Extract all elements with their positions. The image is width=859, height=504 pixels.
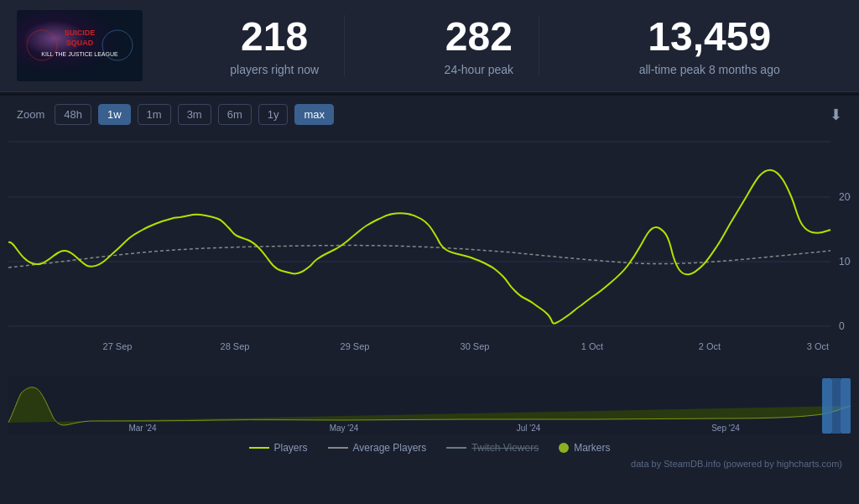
zoom-6m[interactable]: 6m [218,104,252,125]
svg-text:Sep '24: Sep '24 [711,423,740,433]
svg-text:30 Sep: 30 Sep [461,341,490,351]
legend-players-line [249,447,269,449]
svg-rect-21 [822,378,832,434]
legend-markers-label: Markers [574,442,610,454]
svg-text:27 Sep: 27 Sep [103,341,133,351]
legend-markers: Markers [559,442,610,454]
navigator-svg: Mar '24 May '24 Jul '24 Sep '24 [8,377,851,435]
stat-label-alltime: all-time peak 8 months ago [639,63,780,76]
stat-number-24h: 282 [445,15,514,60]
svg-rect-22 [841,378,851,434]
svg-text:0: 0 [839,320,845,332]
zoom-max[interactable]: max [294,104,334,125]
stat-24h-peak: 282 24-hour peak [419,15,540,76]
stats-group: 218 players right now 282 24-hour peak 1… [168,15,842,76]
stat-alltime-peak: 13,459 all-time peak 8 months ago [614,15,805,76]
legend-players-label: Players [274,442,308,454]
zoom-48h[interactable]: 48h [55,104,91,125]
main-chart-area: 0 100 200 27 Sep 28 Sep 29 Sep 30 Sep 1 … [0,133,859,377]
svg-text:2 Oct: 2 Oct [699,341,721,351]
legend: Players Average Players Twitch Viewers M… [0,435,859,457]
chart-controls: Zoom 48h 1w 1m 3m 6m 1y max ⬇ [0,96,859,133]
legend-twitch: Twitch Viewers [446,442,539,454]
stat-number-current: 218 [230,15,319,60]
legend-twitch-label: Twitch Viewers [471,442,539,454]
legend-avg-label: Average Players [353,442,427,454]
stat-label-current: players right now [230,63,319,76]
svg-text:100: 100 [839,256,851,268]
svg-text:29 Sep: 29 Sep [341,341,370,351]
svg-text:28 Sep: 28 Sep [221,341,250,351]
zoom-1y[interactable]: 1y [258,104,289,125]
legend-twitch-line [446,447,466,449]
svg-text:3 Oct: 3 Oct [807,341,829,351]
main-chart-svg: 0 100 200 27 Sep 28 Sep 29 Sep 30 Sep 1 … [8,133,851,377]
stat-number-alltime: 13,459 [639,15,780,60]
zoom-3m[interactable]: 3m [178,104,211,125]
stat-label-24h: 24-hour peak [445,63,514,76]
zoom-1w[interactable]: 1w [98,104,131,125]
svg-text:May '24: May '24 [330,423,359,433]
svg-text:Mar '24: Mar '24 [128,423,156,433]
header-section: SUICIDE SQUAD KILL THE JUSTICE LEAGUE 21… [0,0,859,92]
download-button[interactable]: ⬇ [830,106,842,124]
svg-text:200: 200 [839,191,851,203]
legend-players: Players [249,442,308,454]
data-credit: data by SteamDB.info (powered by highcha… [0,457,859,472]
svg-text:SUICIDE: SUICIDE [65,29,96,37]
svg-rect-23 [832,378,841,434]
zoom-label: Zoom [17,108,44,121]
navigator-area: Mar '24 May '24 Jul '24 Sep '24 [0,377,859,435]
legend-avg-line [328,447,348,449]
stat-players-now: 218 players right now [205,15,345,76]
legend-avg-players: Average Players [328,442,427,454]
svg-text:1 Oct: 1 Oct [581,341,603,351]
legend-markers-circle [559,443,569,453]
game-thumbnail: SUICIDE SQUAD KILL THE JUSTICE LEAGUE [17,10,143,81]
zoom-1m[interactable]: 1m [138,104,171,125]
svg-text:Jul '24: Jul '24 [517,423,541,433]
svg-text:SQUAD: SQUAD [66,39,94,47]
